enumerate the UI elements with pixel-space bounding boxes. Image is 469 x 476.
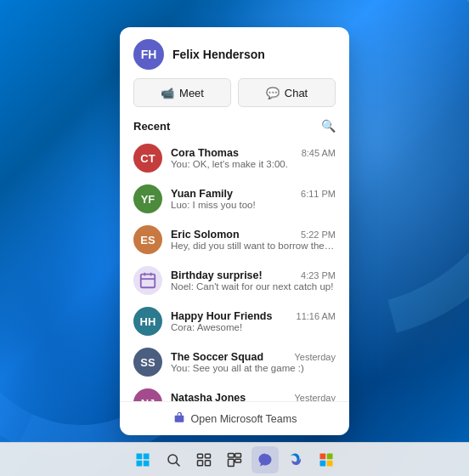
svg-rect-11 [206,454,211,458]
contact-avatar: SS [133,348,162,377]
search-contacts-button[interactable]: 🔍 [321,119,336,133]
contact-item[interactable]: Birthday surprise!4:23 PMNoel: Can't wai… [120,260,349,301]
contact-avatar: CT [133,144,162,173]
contact-item[interactable]: NJNatasha JonesYesterdayYou: That's grea… [120,382,349,401]
recent-label: Recent [133,120,170,133]
contact-message: Hey, did you still want to borrow the no… [171,241,336,251]
recent-section-header: Recent 🔍 [120,117,349,138]
svg-rect-7 [144,460,150,466]
start-icon[interactable] [129,446,156,473]
contact-time: 8:45 AM [302,148,336,158]
svg-rect-13 [206,460,211,465]
chat-button[interactable]: 💬 Chat [238,78,336,107]
svg-rect-21 [327,460,333,466]
user-name: Felix Henderson [172,48,265,61]
svg-rect-20 [320,460,326,466]
chat-taskbar-icon[interactable] [251,446,279,473]
contact-avatar: ES [133,225,162,254]
open-teams-label: Open Microsoft Teams [191,413,297,425]
contact-item[interactable]: CTCora Thomas8:45 AMYou: OK, let's make … [120,138,349,178]
svg-rect-12 [198,460,203,465]
chat-label: Chat [285,87,308,99]
chat-panel: FH Felix Henderson 📹 Meet 💬 Chat Recent … [120,27,349,435]
contact-item[interactable]: SSThe Soccer SquadYesterdayYou: See you … [120,342,349,382]
video-icon: 📹 [161,87,174,99]
taskview-icon[interactable] [190,446,218,473]
contact-list: CTCora Thomas8:45 AMYou: OK, let's make … [120,138,349,401]
contact-avatar: HH [133,307,162,336]
contact-message: Cora: Awesome! [171,322,336,332]
contact-message: Luo: I miss you too! [171,200,336,210]
contact-time: Yesterday [294,352,336,362]
svg-rect-10 [198,454,203,458]
search-taskbar-icon[interactable] [160,446,187,473]
contact-item[interactable]: YFYuan Family6:11 PMLuo: I miss you too! [120,178,349,219]
contact-name: Yuan Family [171,188,233,200]
svg-rect-6 [137,460,143,466]
teams-icon [172,411,186,427]
svg-rect-17 [235,459,241,462]
contact-message: Noel: Can't wait for our next catch up! [171,281,336,292]
contact-time: 4:23 PM [301,270,336,280]
svg-rect-15 [235,453,241,457]
svg-rect-18 [320,453,326,459]
contact-avatar [133,266,162,295]
contact-name: Eric Solomon [171,229,240,241]
svg-rect-14 [229,453,234,457]
edge-icon[interactable] [282,446,309,473]
store-icon[interactable] [313,446,340,473]
meet-label: Meet [179,87,204,99]
svg-rect-5 [144,453,150,459]
contact-time: 6:11 PM [301,189,336,199]
user-avatar: FH [133,39,164,70]
svg-line-9 [176,462,179,466]
contact-name: Natasha Jones [171,392,246,401]
contact-name: Birthday surprise! [171,269,263,281]
contact-item[interactable]: ESEric Solomon5:22 PMHey, did you still … [120,219,349,260]
contact-name: Cora Thomas [171,147,239,159]
action-buttons: 📹 Meet 💬 Chat [120,78,349,117]
svg-rect-0 [141,275,155,288]
meet-button[interactable]: 📹 Meet [133,78,231,107]
svg-point-8 [168,455,178,464]
contact-item[interactable]: HHHappy Hour Friends11:16 AMCora: Awesom… [120,301,349,342]
contact-time: Yesterday [294,393,336,401]
contact-name: The Soccer Squad [171,351,263,363]
contact-message: You: See you all at the game :) [171,363,336,373]
svg-rect-19 [327,453,333,459]
contact-avatar: YF [133,184,162,213]
contact-name: Happy Hour Friends [171,310,272,322]
svg-rect-4 [137,453,143,459]
chat-icon: 💬 [266,87,280,99]
contact-message: You: OK, let's make it 3:00. [171,159,336,169]
widgets-icon[interactable] [221,446,248,473]
contact-time: 5:22 PM [301,230,336,240]
svg-rect-16 [229,459,234,466]
panel-header: FH Felix Henderson [120,27,349,78]
contact-time: 11:16 AM [297,311,336,321]
taskbar [0,442,469,476]
open-teams-button[interactable]: Open Microsoft Teams [120,401,349,435]
contact-avatar: NJ [133,388,162,401]
